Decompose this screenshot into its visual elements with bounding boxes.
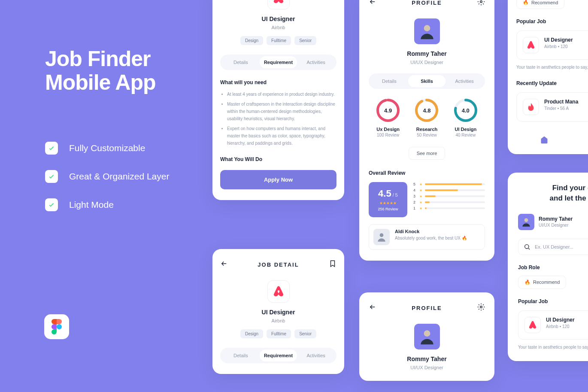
job-description: Your taste in aesthetics people to say, … [516,64,588,71]
find-card: Find your d and let the jo Rommy Taher U… [508,173,588,361]
check-icon [45,170,58,183]
rating-bar-row: 3★ [413,194,485,198]
svg-point-2 [424,25,430,31]
see-more-button[interactable]: See more [409,147,446,160]
back-icon[interactable] [369,0,376,7]
recommend-chip[interactable]: 🔥 Recommend [516,0,564,9]
svg-point-11 [424,330,430,337]
tab-details[interactable]: Details [370,75,408,87]
section-heading: Popular Job [516,18,588,24]
tab-details[interactable]: Details [222,349,260,362]
bookmark-icon[interactable] [329,260,336,269]
review-item: Aldi Knock Absolutely good work, the bes… [369,224,485,250]
gear-icon[interactable] [477,303,485,313]
user-role: UI/UX Designer [539,223,573,228]
tab-details[interactable]: Details [222,56,260,68]
check-icon [45,142,58,155]
avatar [518,214,534,230]
tag: Fulltime [267,36,291,45]
profile-role: UI/UX Designer [369,60,485,65]
job-title: UI Designer [220,15,336,22]
company-name: Airbnb [220,25,336,30]
feature-text: Great & Organized Layer [69,171,169,182]
job-card[interactable]: UI Designer Airbnb • 120 [516,30,588,60]
tab-requirement[interactable]: Requirement [260,56,297,68]
section-heading: What You Will Do [220,156,336,162]
company-logo [267,280,290,303]
section-heading: Popular Job [518,298,588,304]
job-card-meta: Airbnb • 120 [546,324,575,329]
job-title: UI Designer [220,309,336,316]
svg-point-9 [380,233,384,237]
job-card-meta: Tinder • 56 A [544,106,578,111]
company-logo [523,99,539,115]
home-icon[interactable] [540,135,549,146]
tag: Senior [294,36,316,45]
tag: Fulltime [267,329,291,338]
requirements-list: At least 4 years of experience in produc… [220,91,336,147]
skill-item: 4.8 Research50 Review [415,98,439,137]
tag-row: Design Fulltime Senior [220,329,336,338]
profile-role: UI/UX Designer [369,365,485,370]
feature-text: Fully Customizable [69,143,145,153]
skill-item: 4.9 Ux Design100 Review [376,98,400,137]
profile-name: Rommy Taher [369,356,485,362]
section-heading: Overall Review [369,170,485,176]
page-title: PROFILE [412,0,442,6]
star-icons: ★★★★★ [374,201,402,205]
bottom-nav [516,135,588,146]
svg-point-14 [525,244,529,248]
tab-activities[interactable]: Activities [297,56,335,68]
feature-text: Light Mode [69,200,114,210]
page-title: JOB DETAIL [258,261,299,268]
job-card-title: Product Mana [544,99,578,105]
score-card: 4.5 / 5 ★★★★★ 256 Review [369,182,407,217]
score-value: 4.5 [378,188,391,199]
back-icon[interactable] [369,303,376,313]
company-logo [523,37,539,53]
gear-icon[interactable] [477,0,485,7]
overall-review: 4.5 / 5 ★★★★★ 256 Review 5★4★3★2★1★ [369,182,485,217]
profile-card: PROFILE Rommy Taher UI/UX Designer Detai… [359,0,494,261]
company-logo [267,0,290,9]
back-icon[interactable] [220,260,228,269]
apply-button[interactable]: Apply Now [220,170,336,189]
search-icon [524,243,530,250]
recommend-chip[interactable]: 🔥 Recommend [518,276,566,289]
search-placeholder: Ex. UX Designer... [535,244,573,249]
feature-list: Fully Customizable Great & Organized Lay… [45,142,212,211]
tab-requirement[interactable]: Requirement [260,349,297,362]
section-heading: What will you need [220,79,336,85]
reviewer-name: Aldi Knock [395,229,467,234]
section-heading: Job Role [518,264,588,270]
page-title: PROFILE [412,305,442,311]
tag: Senior [294,329,316,338]
job-detail-card: JOB DETAIL UI Designer Airbnb Design Ful… [212,249,344,374]
rating-bar-row: 2★ [413,200,485,204]
review-count: 256 Review [374,207,402,211]
tab-skills[interactable]: Skills [408,75,446,87]
find-title: Find your d and let the jo [518,183,588,204]
avatar [373,229,390,245]
job-card[interactable]: Product Mana Tinder • 56 A [516,92,588,122]
list-item: Master of craftsperson in the interactio… [227,100,336,122]
rating-bars: 5★4★3★2★1★ [413,182,485,217]
job-card[interactable]: UI Designer Airbnb • 120 [518,310,588,340]
tab-bar: Details Requirement Activities [220,55,336,70]
section-heading: Recently Update [516,80,588,86]
job-card-title: UI Designer [546,317,575,323]
tab-bar: Details Skills Activities [369,73,485,89]
skills-row: 4.9 Ux Design100 Review 4.8 Research50 R… [369,98,485,137]
svg-point-13 [524,218,528,222]
tab-activities[interactable]: Activities [446,75,483,87]
profile-card: PROFILE Rommy Taher UI/UX Designer [359,292,494,381]
rating-bar-row: 1★ [413,206,485,210]
svg-point-1 [480,1,482,3]
svg-point-10 [480,306,482,308]
rating-bar-row: 5★ [413,182,485,186]
review-text: Absolutely good work, the best UX 🔥 [395,236,467,240]
user-name: Rommy Taher [539,216,573,222]
skill-item: 4.0 UI Design40 Review [454,98,478,137]
tab-activities[interactable]: Activities [297,349,335,362]
search-input[interactable]: Ex. UX Designer... [518,239,588,255]
